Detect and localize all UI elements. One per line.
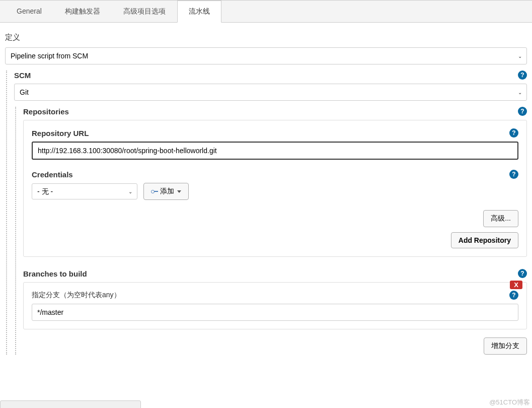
help-icon[interactable]: ? [518,71,527,80]
help-icon[interactable]: ? [518,269,527,278]
branch-specifier-box: X 指定分支（为空时代表any） ? [23,282,527,329]
tab-general[interactable]: General [5,1,53,22]
repository-url-input[interactable] [32,142,518,160]
help-icon[interactable]: ? [509,170,518,179]
scm-select[interactable]: Git [14,84,527,101]
scm-section: SCM ? Git ⌄ Repositories ? Repository UR… [6,71,527,355]
definition-label: 定义 [5,33,527,47]
help-icon[interactable]: ? [509,291,518,300]
key-icon [151,189,158,193]
add-credentials-button[interactable]: 添加 [143,183,189,200]
delete-branch-button[interactable]: X [510,281,522,289]
tab-pipeline[interactable]: 流水线 [177,1,221,23]
help-icon[interactable]: ? [518,107,527,116]
tabs-bar: General 构建触发器 高级项目选项 流水线 [0,1,532,23]
branch-specifier-input[interactable] [32,304,518,321]
definition-select-wrap: Pipeline script from SCM ⌄ [5,47,527,64]
credentials-label: Credentials [32,170,73,179]
repositories-label: Repositories [23,107,69,116]
add-branch-button[interactable]: 增加分支 [484,337,527,355]
branch-specifier-label: 指定分支（为空时代表any） [32,291,121,300]
add-repository-button[interactable]: Add Repository [451,232,518,248]
repositories-section: Repositories ? Repository URL ? Credenti… [15,107,527,355]
credentials-select[interactable]: - 无 - [32,183,137,199]
caret-down-icon [177,190,181,193]
help-icon[interactable]: ? [509,128,518,138]
add-credentials-label: 添加 [160,187,174,196]
pipeline-config-content: 定义 Pipeline script from SCM ⌄ SCM ? Git … [0,23,532,370]
tab-triggers[interactable]: 构建触发器 [53,1,112,22]
advanced-button[interactable]: 高级... [483,210,518,227]
branches-label: Branches to build [23,269,87,278]
tab-advanced[interactable]: 高级项目选项 [112,1,177,22]
scm-label: SCM [14,71,31,80]
definition-select[interactable]: Pipeline script from SCM [5,47,527,64]
repository-url-label: Repository URL [32,129,89,138]
repository-box: Repository URL ? Credentials ? - 无 - ⌄ [23,120,527,257]
